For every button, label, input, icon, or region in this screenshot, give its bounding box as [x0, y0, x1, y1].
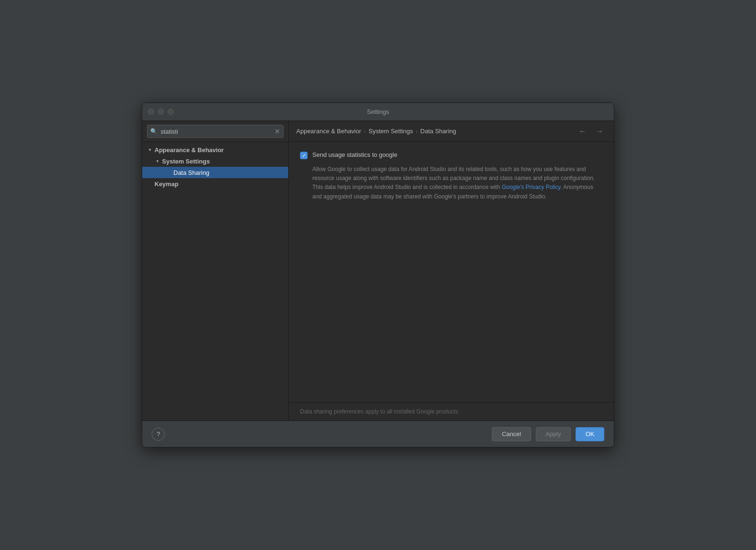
- cancel-button[interactable]: Cancel: [492, 427, 531, 441]
- breadcrumb-sep-2: ›: [416, 129, 418, 134]
- sidebar-item-label: Keymap: [155, 180, 179, 188]
- window-title: Settings: [367, 108, 389, 115]
- checkbox-label: Send usage statistics to google: [312, 151, 397, 158]
- sidebar-item-label: Appearance & Behavior: [155, 146, 224, 154]
- search-clear-icon[interactable]: ✕: [275, 128, 280, 135]
- breadcrumb-bar: Appearance & Behavior › System Settings …: [289, 121, 614, 142]
- privacy-policy-link[interactable]: Google's Privacy Policy: [502, 184, 560, 190]
- description-text: Allow Google to collect usage data for A…: [300, 165, 602, 201]
- minimize-button[interactable]: [158, 109, 164, 115]
- expand-arrow-icon: [165, 169, 172, 176]
- settings-dialog: Settings 🔍 ✕ ▾ Appearance & Behavior: [142, 103, 614, 447]
- apply-button[interactable]: Apply: [536, 427, 571, 441]
- sidebar-item-keymap[interactable]: Keymap: [142, 178, 288, 189]
- breadcrumb-system-settings: System Settings: [369, 128, 413, 135]
- window-controls: [148, 109, 174, 115]
- footer-note: Data sharing preferences apply to all in…: [289, 402, 614, 421]
- sidebar-item-system-settings[interactable]: ▾ System Settings: [142, 155, 288, 167]
- checkmark-icon: ✓: [302, 153, 306, 158]
- breadcrumb-forward-button[interactable]: →: [593, 126, 606, 137]
- search-wrapper: 🔍 ✕: [147, 125, 284, 138]
- sidebar-item-appearance-behavior[interactable]: ▾ Appearance & Behavior: [142, 144, 288, 155]
- footer-note-text: Data sharing preferences apply to all in…: [300, 408, 460, 415]
- send-usage-statistics-row: ✓ Send usage statistics to google: [300, 151, 602, 159]
- ok-button[interactable]: OK: [576, 427, 604, 441]
- sidebar-item-label: Data Sharing: [173, 169, 209, 176]
- settings-content: ✓ Send usage statistics to google Allow …: [289, 142, 614, 402]
- close-button[interactable]: [148, 109, 154, 115]
- breadcrumb-back-button[interactable]: ←: [576, 126, 589, 137]
- breadcrumb-navigation: ← →: [576, 126, 606, 137]
- sidebar-item-label: System Settings: [162, 158, 210, 165]
- nav-tree: ▾ Appearance & Behavior ▾ System Setting…: [142, 142, 288, 421]
- help-button[interactable]: ?: [152, 428, 165, 441]
- zoom-button[interactable]: [168, 109, 174, 115]
- expand-arrow-icon: ▾: [146, 146, 154, 154]
- send-statistics-checkbox[interactable]: ✓: [300, 152, 308, 159]
- title-bar: Settings: [142, 103, 614, 121]
- expand-arrow-icon: [146, 180, 154, 188]
- checkbox-container: ✓: [300, 152, 308, 159]
- main-content: 🔍 ✕ ▾ Appearance & Behavior ▾ System Set…: [142, 121, 614, 421]
- sidebar-item-data-sharing[interactable]: Data Sharing: [142, 167, 288, 178]
- breadcrumb-sep-1: ›: [364, 129, 366, 134]
- breadcrumb-appearance: Appearance & Behavior: [296, 128, 361, 135]
- sidebar: 🔍 ✕ ▾ Appearance & Behavior ▾ System Set…: [142, 121, 289, 421]
- bottom-bar: ? Cancel Apply OK: [142, 421, 614, 447]
- expand-arrow-icon: ▾: [154, 157, 161, 165]
- search-container: 🔍 ✕: [142, 121, 288, 142]
- search-input[interactable]: [147, 125, 284, 138]
- content-area: Appearance & Behavior › System Settings …: [289, 121, 614, 421]
- search-icon: 🔍: [150, 128, 157, 135]
- breadcrumb-data-sharing: Data Sharing: [421, 128, 456, 135]
